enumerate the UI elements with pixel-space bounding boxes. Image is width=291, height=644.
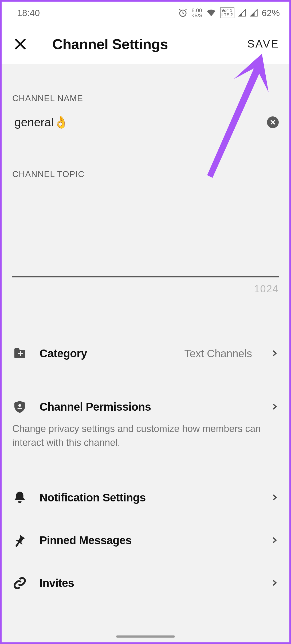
shield-user-icon bbox=[12, 399, 27, 414]
status-bar: 18:40 6.00 KB/S Vo" 1 LTE 2 62% bbox=[2, 2, 289, 24]
link-icon bbox=[12, 576, 27, 591]
page-title: Channel Settings bbox=[52, 36, 168, 52]
app-header: Channel Settings SAVE bbox=[2, 24, 289, 64]
save-button[interactable]: SAVE bbox=[245, 33, 282, 55]
channel-name-label: CHANNEL NAME bbox=[2, 64, 289, 111]
chevron-right-icon bbox=[271, 403, 279, 411]
network-speed: 6.00 KB/S bbox=[191, 8, 202, 18]
channel-topic-label: CHANNEL TOPIC bbox=[2, 150, 289, 187]
alarm-icon bbox=[178, 8, 188, 18]
wifi-icon bbox=[206, 8, 216, 18]
chevron-right-icon bbox=[271, 494, 279, 502]
lte-badge: Vo" 1 LTE 2 bbox=[220, 7, 234, 18]
status-time: 18:40 bbox=[17, 8, 40, 18]
topic-counter: 1024 bbox=[2, 283, 279, 295]
close-button[interactable] bbox=[12, 36, 28, 52]
row-category[interactable]: Category Text Channels bbox=[2, 332, 289, 375]
row-notifications[interactable]: Notification Settings bbox=[2, 476, 289, 519]
channel-topic-input[interactable] bbox=[12, 197, 279, 277]
channel-name-input[interactable] bbox=[14, 111, 267, 134]
chevron-right-icon bbox=[271, 536, 279, 544]
bell-icon bbox=[12, 490, 27, 505]
gesture-bar bbox=[116, 635, 175, 638]
row-permissions-desc: Change privacy settings and customize ho… bbox=[2, 422, 289, 466]
chevron-right-icon bbox=[271, 579, 279, 587]
row-pinned-label: Pinned Messages bbox=[40, 534, 132, 547]
folder-plus-icon bbox=[12, 346, 27, 361]
row-category-label: Category bbox=[40, 347, 87, 360]
row-pinned[interactable]: Pinned Messages bbox=[2, 519, 289, 562]
row-invites[interactable]: Invites bbox=[2, 562, 289, 604]
pin-icon bbox=[12, 533, 27, 548]
row-invites-label: Invites bbox=[40, 577, 74, 590]
svg-point-1 bbox=[18, 404, 21, 407]
chevron-right-icon bbox=[271, 350, 279, 358]
signal-icon-2 bbox=[250, 9, 258, 17]
row-category-value: Text Channels bbox=[184, 348, 252, 360]
row-permissions-label: Channel Permissions bbox=[40, 400, 151, 413]
row-notifications-label: Notification Settings bbox=[40, 491, 146, 504]
clear-name-button[interactable] bbox=[267, 116, 279, 128]
signal-icon-1 bbox=[238, 9, 246, 17]
battery-percent: 62% bbox=[262, 8, 280, 18]
